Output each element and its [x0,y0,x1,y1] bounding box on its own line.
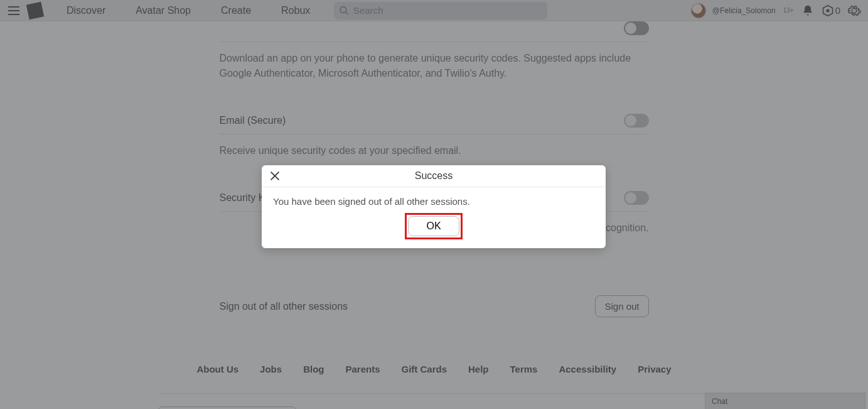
ok-button[interactable]: OK [408,216,459,236]
modal-title: Success [415,170,453,181]
success-modal: Success You have been signed out of all … [262,165,606,248]
ok-highlight: OK [405,213,462,239]
close-icon[interactable] [268,169,282,183]
modal-body: You have been signed out of all other se… [262,187,606,210]
